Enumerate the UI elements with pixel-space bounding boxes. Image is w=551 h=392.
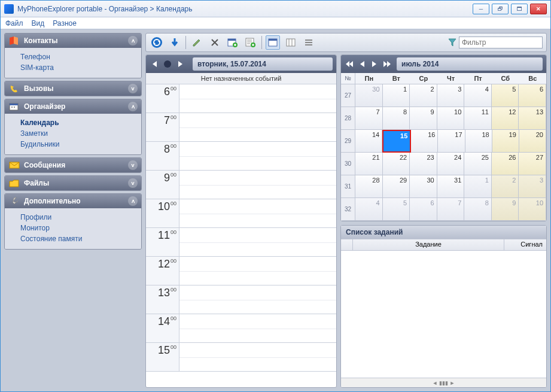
sidebar-item-profiles[interactable]: Профили xyxy=(20,212,136,223)
minimize-button[interactable]: ─ xyxy=(473,4,489,14)
day-view-button[interactable] xyxy=(266,35,280,50)
calendar-day[interactable]: 11 xyxy=(464,107,492,130)
hour-row[interactable]: 1200 xyxy=(146,257,336,285)
next-month-button[interactable] xyxy=(370,59,379,69)
calendar-day[interactable]: 21 xyxy=(355,153,383,175)
calendar-day[interactable]: 8 xyxy=(464,198,492,221)
tasks-col-task[interactable]: Задание xyxy=(353,239,504,250)
calendar-day[interactable]: 9 xyxy=(410,107,437,130)
list-view-button[interactable] xyxy=(302,35,316,50)
calendar-day[interactable]: 4 xyxy=(355,198,383,221)
calendar-day[interactable]: 12 xyxy=(492,107,519,130)
calendar-day[interactable]: 19 xyxy=(492,130,519,153)
prev-day-button[interactable] xyxy=(150,59,159,69)
panel-header-contacts[interactable]: Контакты ʌ xyxy=(5,34,141,48)
calendar-day[interactable]: 5 xyxy=(492,84,519,107)
hour-row[interactable]: 1500 xyxy=(146,343,336,372)
calendar-day[interactable]: 3 xyxy=(437,84,465,107)
hour-cell[interactable] xyxy=(179,84,336,113)
hour-cell[interactable] xyxy=(179,285,336,314)
tasks-list[interactable] xyxy=(341,251,546,378)
calendar-day[interactable]: 25 xyxy=(464,153,492,175)
hour-row[interactable]: 600 xyxy=(146,84,336,113)
panel-header-calls[interactable]: Вызовы v xyxy=(5,81,141,96)
hour-cell[interactable] xyxy=(179,199,336,227)
calendar-day[interactable]: 1 xyxy=(383,84,410,107)
prev-year-button[interactable] xyxy=(345,59,354,69)
hour-row[interactable]: 1000 xyxy=(146,199,336,228)
calendar-day[interactable]: 29 xyxy=(383,175,410,198)
menu-misc[interactable]: Разное xyxy=(53,19,77,28)
calendar-day[interactable]: 17 xyxy=(438,130,465,153)
calendar-day[interactable]: 5 xyxy=(383,198,410,221)
menu-view[interactable]: Вид xyxy=(32,19,45,28)
sidebar-item-memory[interactable]: Состояние памяти xyxy=(20,233,136,244)
hour-row[interactable]: 800 xyxy=(146,142,336,171)
hours-grid[interactable]: 600700800900100011001200130014001500 xyxy=(146,84,336,387)
calendar-day[interactable]: 2 xyxy=(492,175,519,198)
hour-cell[interactable] xyxy=(179,142,336,170)
hour-cell[interactable] xyxy=(179,257,336,285)
week-view-button[interactable] xyxy=(284,35,298,50)
calendar-day[interactable]: 8 xyxy=(383,107,410,130)
add-event-button[interactable] xyxy=(226,35,240,50)
calendar-day[interactable]: 28 xyxy=(355,175,383,198)
calendar-day[interactable]: 9 xyxy=(492,198,519,221)
next-day-button[interactable] xyxy=(176,59,185,69)
hour-cell[interactable] xyxy=(179,343,336,371)
calendar-day[interactable]: 3 xyxy=(519,175,546,198)
calendar-day[interactable]: 6 xyxy=(410,198,437,221)
calendar-day[interactable]: 31 xyxy=(437,175,465,198)
sync-button[interactable] xyxy=(150,35,164,50)
download-button[interactable] xyxy=(168,35,182,50)
hour-cell[interactable] xyxy=(179,171,336,199)
panel-header-files[interactable]: Файлы v xyxy=(5,176,141,190)
tasks-scrollbar[interactable]: ◄ ▮▮▮ ► xyxy=(341,378,546,387)
panel-header-messages[interactable]: Сообщения v xyxy=(5,158,141,172)
sidebar-item-alarms[interactable]: Будильники xyxy=(20,139,136,150)
sidebar-item-phone[interactable]: Телефон xyxy=(20,51,136,62)
hour-row[interactable]: 1100 xyxy=(146,228,336,257)
hour-row[interactable]: 900 xyxy=(146,171,336,199)
sidebar-item-monitor[interactable]: Монитор xyxy=(20,223,136,233)
close-button[interactable]: ✕ xyxy=(530,4,547,14)
delete-button[interactable] xyxy=(208,35,222,50)
tasks-col-check[interactable] xyxy=(341,239,353,250)
calendar-day[interactable]: 15 xyxy=(382,130,411,153)
calendar-day[interactable]: 2 xyxy=(410,84,437,107)
calendar-day[interactable]: 27 xyxy=(519,153,546,175)
calendar-day[interactable]: 23 xyxy=(410,153,437,175)
restore-button[interactable]: 🗗 xyxy=(492,4,509,14)
hour-row[interactable]: 1300 xyxy=(146,285,336,314)
hour-cell[interactable] xyxy=(179,113,336,141)
hour-row[interactable]: 700 xyxy=(146,113,336,142)
next-year-button[interactable] xyxy=(382,59,392,69)
calendar-day[interactable]: 18 xyxy=(465,130,492,153)
add-task-button[interactable] xyxy=(243,35,258,50)
calendar-day[interactable]: 16 xyxy=(411,130,438,153)
hour-cell[interactable] xyxy=(179,228,336,256)
calendar-day[interactable]: 30 xyxy=(355,84,383,107)
calendar-day[interactable]: 22 xyxy=(383,153,410,175)
panel-header-organizer[interactable]: Органайзер ʌ xyxy=(5,99,141,114)
calendar-day[interactable]: 14 xyxy=(355,130,382,153)
calendar-day[interactable]: 13 xyxy=(519,107,546,130)
prev-month-button[interactable] xyxy=(357,59,367,69)
edit-button[interactable] xyxy=(190,35,204,50)
calendar-day[interactable]: 6 xyxy=(519,84,546,107)
today-button[interactable] xyxy=(163,59,172,69)
calendar-day[interactable]: 30 xyxy=(410,175,437,198)
sidebar-item-sim[interactable]: SIM-карта xyxy=(20,62,136,73)
calendar-day[interactable]: 1 xyxy=(464,175,492,198)
calendar-day[interactable]: 10 xyxy=(519,198,546,221)
menu-file[interactable]: Файл xyxy=(5,19,23,28)
calendar-day[interactable]: 7 xyxy=(355,107,383,130)
filter-input[interactable] xyxy=(459,37,543,48)
hour-cell[interactable] xyxy=(179,314,336,342)
calendar-day[interactable]: 7 xyxy=(437,198,465,221)
sidebar-item-calendar[interactable]: Календарь xyxy=(20,117,136,128)
panel-header-extra[interactable]: Дополнительно ʌ xyxy=(5,194,141,208)
tasks-col-signal[interactable]: Сигнал xyxy=(504,239,546,250)
hour-row[interactable]: 1400 xyxy=(146,314,336,343)
maximize-button[interactable]: 🗖 xyxy=(511,4,528,14)
